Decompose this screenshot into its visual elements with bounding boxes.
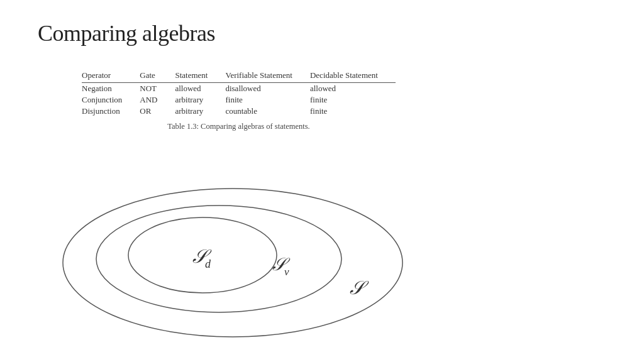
cell-negation-gate: NOT [140,83,175,95]
table-container: Operator Gate Statement Verifiable State… [82,69,396,131]
cell-disjunction-operator: Disjunction [82,106,140,117]
cell-conjunction-decidable: finite [310,94,396,106]
page-title: Comparing algebras [38,20,215,47]
cell-negation-statement: allowed [175,83,225,95]
cell-conjunction-verifiable: finite [225,94,310,106]
label-s: 𝒮 [349,277,369,298]
table-row: Conjunction AND arbitrary finite finite [82,94,396,106]
nested-ellipses-diagram: 𝒮d 𝒮v 𝒮 [50,182,440,346]
col-header-operator: Operator [82,69,140,83]
table-row: Disjunction OR arbitrary countable finit… [82,106,396,117]
cell-conjunction-operator: Conjunction [82,94,140,106]
outer-ellipse-s [63,189,402,337]
cell-negation-decidable: allowed [310,83,396,95]
table-caption: Table 1.3: Comparing algebras of stateme… [82,122,396,131]
label-sd: 𝒮d [192,246,212,270]
label-sv: 𝒮v [272,255,291,278]
cell-negation-operator: Negation [82,83,140,95]
diagram-container: 𝒮d 𝒮v 𝒮 [50,182,440,346]
cell-disjunction-gate: OR [140,106,175,117]
cell-disjunction-statement: arbitrary [175,106,225,117]
cell-negation-verifiable: disallowed [225,83,310,95]
cell-disjunction-decidable: finite [310,106,396,117]
table-row: Negation NOT allowed disallowed allowed [82,83,396,95]
col-header-statement: Statement [175,69,225,83]
col-header-decidable: Decidable Statement [310,69,396,83]
cell-conjunction-statement: arbitrary [175,94,225,106]
cell-conjunction-gate: AND [140,94,175,106]
middle-ellipse-sv [96,206,341,312]
comparison-table: Operator Gate Statement Verifiable State… [82,69,396,117]
cell-disjunction-verifiable: countable [225,106,310,117]
col-header-verifiable: Verifiable Statement [225,69,310,83]
col-header-gate: Gate [140,69,175,83]
